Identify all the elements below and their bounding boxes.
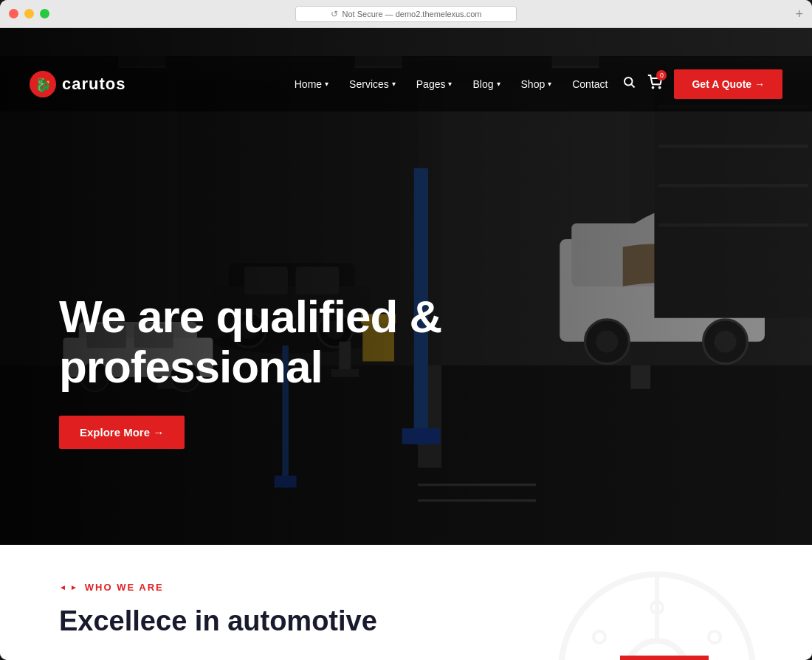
svg-point-70 xyxy=(709,631,720,643)
svg-line-3 xyxy=(632,84,635,87)
svg-point-5 xyxy=(659,87,661,89)
navbar-actions: 0 Get A Quote → xyxy=(622,69,782,99)
nav-item-blog[interactable]: Blog ▾ xyxy=(472,78,500,90)
quote-btn-label: Get A Quote → xyxy=(692,78,765,90)
website-content: 🐉 carutos Home ▾ Services ▾ Pages ▾ xyxy=(0,28,812,660)
nav-label-home: Home xyxy=(295,78,322,90)
section-label-arrows xyxy=(59,583,79,591)
cart-button[interactable]: 0 xyxy=(647,75,662,93)
chevron-down-icon: ▾ xyxy=(448,80,452,88)
nav-label-blog: Blog xyxy=(472,78,493,90)
explore-more-button[interactable]: Explore More → xyxy=(59,416,185,449)
nav-label-pages: Pages xyxy=(416,78,446,90)
minimize-button[interactable] xyxy=(24,9,34,18)
nav-label-shop: Shop xyxy=(521,78,546,90)
nav-item-shop[interactable]: Shop ▾ xyxy=(521,78,552,90)
titlebar: ↺ Not Secure — demo2.themelexus.com + xyxy=(0,0,812,28)
cart-count: 0 xyxy=(656,70,667,80)
svg-point-73 xyxy=(593,631,605,643)
nav-item-home[interactable]: Home ▾ xyxy=(295,78,328,90)
svg-text:🐉: 🐉 xyxy=(35,76,52,92)
nav-item-pages[interactable]: Pages ▾ xyxy=(416,78,453,90)
svg-point-4 xyxy=(653,87,654,89)
get-quote-button[interactable]: Get A Quote → xyxy=(674,69,782,99)
address-text: Not Secure — demo2.themelexus.com xyxy=(343,10,482,18)
hero-title: We are qualified & professional xyxy=(59,292,441,392)
brand-name: carutos xyxy=(62,75,125,94)
about-section: WHO WE ARE Excellece in automotive xyxy=(0,545,812,660)
brand-logo[interactable]: 🐉 carutos xyxy=(30,71,125,97)
maximize-button[interactable] xyxy=(40,9,49,18)
svg-point-2 xyxy=(625,78,633,86)
new-tab-button[interactable]: + xyxy=(795,7,803,21)
nav-menu: Home ▾ Services ▾ Pages ▾ Blog ▾ Shop xyxy=(295,78,608,90)
search-button[interactable] xyxy=(622,75,636,92)
navbar: 🐉 carutos Home ▾ Services ▾ Pages ▾ xyxy=(0,56,812,111)
explore-btn-label: Explore More → xyxy=(80,426,164,439)
chevron-down-icon: ▾ xyxy=(497,80,500,88)
address-bar[interactable]: ↺ Not Secure — demo2.themelexus.com xyxy=(295,6,517,22)
section-label-text: WHO WE ARE xyxy=(85,582,164,593)
nav-label-contact: Contact xyxy=(572,78,608,90)
nav-item-services[interactable]: Services ▾ xyxy=(349,78,396,90)
wheel-watermark xyxy=(546,560,768,660)
red-accent-bar xyxy=(620,656,709,660)
chevron-down-icon: ▾ xyxy=(548,80,551,88)
window-controls xyxy=(9,9,49,18)
close-button[interactable] xyxy=(9,9,18,18)
reload-icon: ↺ xyxy=(331,9,338,19)
brand-icon: 🐉 xyxy=(30,71,56,97)
hero-title-line2: professional xyxy=(59,341,323,392)
nav-item-contact[interactable]: Contact xyxy=(572,78,608,90)
nav-label-services: Services xyxy=(349,78,389,90)
chevron-down-icon: ▾ xyxy=(392,80,396,88)
chevron-down-icon: ▾ xyxy=(325,80,328,88)
hero-title-line1: We are qualified & xyxy=(59,291,441,342)
mac-window: ↺ Not Secure — demo2.themelexus.com + 🐉 … xyxy=(0,0,812,660)
hero-content: We are qualified & professional Explore … xyxy=(59,292,441,449)
